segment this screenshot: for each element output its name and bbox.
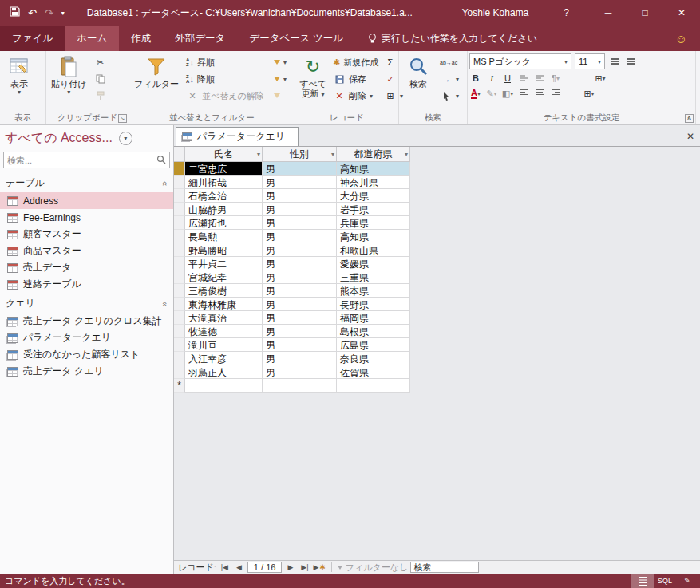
column-filter-icon[interactable]: ▾ (331, 151, 334, 158)
feedback-smiley-icon[interactable]: ☺ (675, 26, 687, 51)
tab-db-tools[interactable]: データベース ツール (237, 26, 355, 51)
table-cell[interactable]: 東海林雅康 (185, 298, 263, 311)
table-cell[interactable]: 男 (263, 189, 337, 203)
table-cell[interactable]: 平井貞二 (185, 257, 263, 270)
sidebar-item[interactable]: 商品マスター (0, 243, 173, 259)
table-cell[interactable]: 広島県 (337, 338, 410, 352)
table-cell[interactable]: 愛媛県 (337, 257, 410, 270)
table-cell[interactable]: 男 (263, 284, 337, 298)
collapse-ribbon-button[interactable]: ∧ (686, 113, 692, 122)
record-selector[interactable] (174, 352, 185, 365)
sidebar-item[interactable]: 顧客マスター (0, 226, 173, 243)
record-selector[interactable] (174, 284, 185, 298)
table-cell[interactable]: 男 (263, 298, 337, 311)
select-button[interactable]: ▾ (437, 88, 461, 104)
qat-customize-icon[interactable]: ▾ (61, 10, 65, 17)
find-button[interactable]: 検索 (401, 53, 436, 89)
sort-descending-button[interactable]: ZA↓ 降順 (184, 71, 270, 87)
record-selector[interactable] (174, 325, 185, 338)
record-selector[interactable] (174, 338, 185, 352)
table-cell[interactable]: 細川拓哉 (185, 176, 263, 189)
clipboard-dialog-launcher[interactable]: ↘ (118, 114, 127, 123)
filter-status-button[interactable]: フィルターなし (338, 562, 409, 574)
table-cell[interactable]: 羽鳥正人 (185, 365, 263, 379)
sidebar-item[interactable]: 売上データ (0, 259, 173, 276)
table-cell[interactable]: 男 (263, 338, 337, 352)
align-center-button[interactable] (533, 87, 546, 100)
record-selector[interactable] (174, 189, 185, 203)
new-record-ribbon-button[interactable]: ✱新規作成 (330, 54, 380, 70)
sql-view-button[interactable]: SQL (654, 574, 676, 588)
table-cell[interactable]: 入江幸彦 (185, 352, 263, 365)
highlight-color-button[interactable]: ✎▾ (485, 87, 498, 100)
table-cell[interactable]: 島根県 (337, 325, 410, 338)
italic-button[interactable]: I (485, 72, 498, 85)
selection-filter-button[interactable]: ▾ (271, 54, 289, 70)
underline-button[interactable]: U (501, 72, 514, 85)
select-all-corner[interactable] (174, 147, 185, 162)
search-icon[interactable] (156, 153, 166, 168)
table-cell[interactable]: 男 (263, 243, 337, 257)
table-cell[interactable]: 男 (263, 257, 337, 270)
advanced-filter-button[interactable]: ▾ (271, 71, 289, 87)
font-size-combo[interactable]: 11▾ (575, 53, 605, 69)
table-cell[interactable]: 福岡県 (337, 311, 410, 325)
align-right-button[interactable] (549, 87, 562, 100)
paste-dropdown-icon[interactable]: ▾ (67, 89, 70, 96)
remove-sort-button[interactable]: ✕ 並べ替えの解除 (184, 88, 270, 104)
table-cell[interactable]: 男 (263, 270, 337, 284)
table-cell[interactable] (337, 379, 410, 393)
nav-search-input[interactable] (7, 156, 156, 165)
table-cell[interactable]: 熊本県 (337, 284, 410, 298)
table-cell[interactable]: 広瀬拓也 (185, 216, 263, 230)
table-cell[interactable]: 男 (263, 176, 337, 189)
record-selector[interactable] (174, 270, 185, 284)
sidebar-item[interactable]: 連絡テーブル (0, 276, 173, 293)
numbering-button[interactable] (624, 55, 637, 68)
section-collapse-icon[interactable]: « (160, 180, 170, 185)
undo-icon[interactable]: ↶ (28, 8, 37, 18)
table-cell[interactable]: 男 (263, 203, 337, 216)
table-cell[interactable]: 長島勲 (185, 230, 263, 243)
table-cell[interactable]: 高知県 (337, 230, 410, 243)
redo-icon[interactable]: ↷ (45, 8, 53, 18)
delete-record-button[interactable]: ✕削除▾ (330, 88, 380, 104)
table-cell[interactable]: 男 (263, 216, 337, 230)
record-selector[interactable] (174, 203, 185, 216)
toggle-filter-button[interactable] (271, 88, 289, 104)
maximize-button[interactable]: □ (627, 0, 663, 26)
tab-external-data[interactable]: 外部データ (163, 26, 237, 51)
sidebar-item[interactable]: 売上データ クエリ (0, 363, 173, 380)
alt-row-color-button[interactable]: ⊞▾ (583, 87, 595, 100)
view-button[interactable]: 表示 ▾ (2, 53, 37, 96)
sidebar-section-header[interactable]: テーブル « (0, 172, 173, 192)
table-cell[interactable]: 山脇静男 (185, 203, 263, 216)
record-selector[interactable] (174, 243, 185, 257)
help-icon[interactable]: ? (564, 7, 569, 18)
table-cell[interactable]: 男 (263, 162, 337, 176)
new-blank-record-button[interactable]: ▶✱ (313, 563, 325, 571)
next-record-button[interactable]: ▶ (284, 563, 296, 571)
table-cell[interactable]: 大滝真治 (185, 311, 263, 325)
gridlines-button[interactable]: ⊞▾ (594, 72, 607, 85)
record-selector[interactable] (174, 257, 185, 270)
last-record-button[interactable]: ▶| (299, 563, 310, 571)
table-cell[interactable]: 神奈川県 (337, 176, 410, 189)
sidebar-item[interactable]: Address (0, 192, 173, 209)
bold-button[interactable]: B (469, 72, 482, 85)
format-painter-button[interactable] (92, 88, 109, 104)
decrease-indent-button[interactable] (517, 72, 530, 85)
table-cell[interactable]: 野島勝昭 (185, 243, 263, 257)
column-header[interactable]: 都道府県▾ (337, 147, 410, 162)
table-cell[interactable]: 二宮忠広 (185, 162, 263, 176)
increase-indent-button[interactable] (533, 72, 546, 85)
save-icon[interactable] (10, 6, 20, 19)
font-color-button[interactable]: A▾ (469, 87, 482, 100)
table-cell[interactable]: 宮城紀幸 (185, 270, 263, 284)
sidebar-item[interactable]: 売上データ クエリのクロス集計 (0, 313, 173, 330)
column-header[interactable]: 性別▾ (263, 147, 337, 162)
document-tab-active[interactable]: パラメータークエリ (176, 127, 299, 146)
table-cell[interactable]: 和歌山県 (337, 243, 410, 257)
account-name[interactable]: Yoshie Kohama (462, 7, 529, 18)
record-selector[interactable] (174, 365, 185, 379)
